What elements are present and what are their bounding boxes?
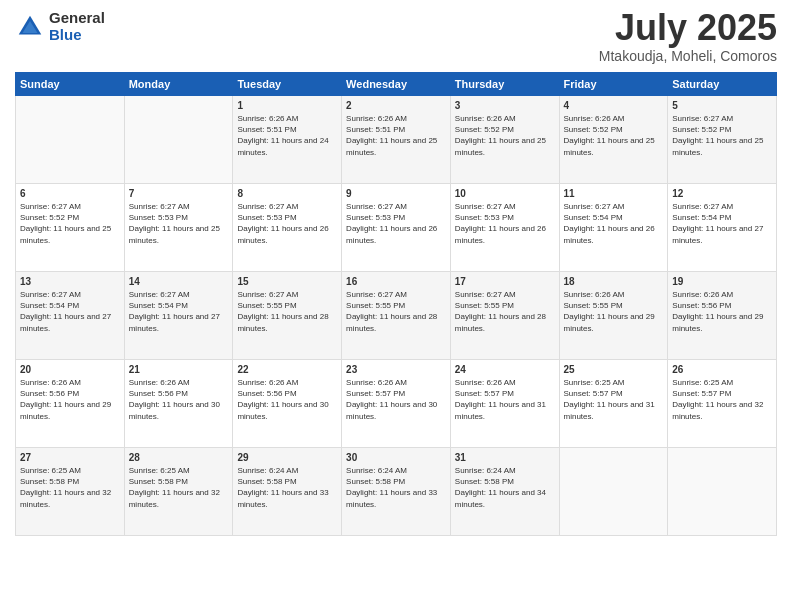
calendar-week-row: 6Sunrise: 6:27 AMSunset: 5:52 PMDaylight… [16,184,777,272]
calendar-cell [668,448,777,536]
day-number: 7 [129,188,229,199]
day-number: 26 [672,364,772,375]
day-number: 6 [20,188,120,199]
day-number: 8 [237,188,337,199]
day-detail: Sunrise: 6:26 AMSunset: 5:56 PMDaylight:… [129,377,229,422]
day-detail: Sunrise: 6:27 AMSunset: 5:54 PMDaylight:… [20,289,120,334]
calendar-cell: 12Sunrise: 6:27 AMSunset: 5:54 PMDayligh… [668,184,777,272]
day-detail: Sunrise: 6:27 AMSunset: 5:55 PMDaylight:… [455,289,555,334]
day-detail: Sunrise: 6:26 AMSunset: 5:55 PMDaylight:… [564,289,664,334]
day-number: 30 [346,452,446,463]
calendar-week-row: 1Sunrise: 6:26 AMSunset: 5:51 PMDaylight… [16,96,777,184]
title-location: Mtakoudja, Moheli, Comoros [599,48,777,64]
calendar-cell: 15Sunrise: 6:27 AMSunset: 5:55 PMDayligh… [233,272,342,360]
weekday-header-thursday: Thursday [450,73,559,96]
day-number: 17 [455,276,555,287]
day-number: 4 [564,100,664,111]
day-number: 15 [237,276,337,287]
day-number: 19 [672,276,772,287]
weekday-header-friday: Friday [559,73,668,96]
calendar-cell: 21Sunrise: 6:26 AMSunset: 5:56 PMDayligh… [124,360,233,448]
calendar-cell: 13Sunrise: 6:27 AMSunset: 5:54 PMDayligh… [16,272,125,360]
calendar-cell [124,96,233,184]
day-detail: Sunrise: 6:27 AMSunset: 5:53 PMDaylight:… [129,201,229,246]
day-detail: Sunrise: 6:26 AMSunset: 5:51 PMDaylight:… [346,113,446,158]
day-number: 25 [564,364,664,375]
calendar-cell: 16Sunrise: 6:27 AMSunset: 5:55 PMDayligh… [342,272,451,360]
weekday-header-tuesday: Tuesday [233,73,342,96]
calendar-cell: 22Sunrise: 6:26 AMSunset: 5:56 PMDayligh… [233,360,342,448]
day-detail: Sunrise: 6:26 AMSunset: 5:57 PMDaylight:… [455,377,555,422]
day-detail: Sunrise: 6:26 AMSunset: 5:57 PMDaylight:… [346,377,446,422]
day-number: 13 [20,276,120,287]
header: General Blue July 2025 Mtakoudja, Moheli… [15,10,777,64]
calendar-cell: 9Sunrise: 6:27 AMSunset: 5:53 PMDaylight… [342,184,451,272]
calendar-cell: 5Sunrise: 6:27 AMSunset: 5:52 PMDaylight… [668,96,777,184]
page: General Blue July 2025 Mtakoudja, Moheli… [0,0,792,612]
day-number: 27 [20,452,120,463]
day-detail: Sunrise: 6:26 AMSunset: 5:56 PMDaylight:… [237,377,337,422]
calendar-cell [559,448,668,536]
day-number: 10 [455,188,555,199]
day-detail: Sunrise: 6:27 AMSunset: 5:53 PMDaylight:… [455,201,555,246]
calendar-table: SundayMondayTuesdayWednesdayThursdayFrid… [15,72,777,536]
weekday-header-sunday: Sunday [16,73,125,96]
day-detail: Sunrise: 6:27 AMSunset: 5:55 PMDaylight:… [237,289,337,334]
day-detail: Sunrise: 6:27 AMSunset: 5:54 PMDaylight:… [564,201,664,246]
day-number: 11 [564,188,664,199]
calendar-cell: 28Sunrise: 6:25 AMSunset: 5:58 PMDayligh… [124,448,233,536]
weekday-header-row: SundayMondayTuesdayWednesdayThursdayFrid… [16,73,777,96]
day-number: 9 [346,188,446,199]
day-detail: Sunrise: 6:26 AMSunset: 5:52 PMDaylight:… [455,113,555,158]
logo-general: General [49,10,105,27]
day-detail: Sunrise: 6:25 AMSunset: 5:58 PMDaylight:… [129,465,229,510]
weekday-header-monday: Monday [124,73,233,96]
day-detail: Sunrise: 6:27 AMSunset: 5:54 PMDaylight:… [129,289,229,334]
day-detail: Sunrise: 6:27 AMSunset: 5:53 PMDaylight:… [237,201,337,246]
calendar-cell: 8Sunrise: 6:27 AMSunset: 5:53 PMDaylight… [233,184,342,272]
day-number: 12 [672,188,772,199]
calendar-cell: 3Sunrise: 6:26 AMSunset: 5:52 PMDaylight… [450,96,559,184]
day-detail: Sunrise: 6:27 AMSunset: 5:53 PMDaylight:… [346,201,446,246]
day-detail: Sunrise: 6:27 AMSunset: 5:55 PMDaylight:… [346,289,446,334]
calendar-cell: 6Sunrise: 6:27 AMSunset: 5:52 PMDaylight… [16,184,125,272]
day-detail: Sunrise: 6:27 AMSunset: 5:54 PMDaylight:… [672,201,772,246]
weekday-header-saturday: Saturday [668,73,777,96]
calendar-cell: 11Sunrise: 6:27 AMSunset: 5:54 PMDayligh… [559,184,668,272]
calendar-week-row: 20Sunrise: 6:26 AMSunset: 5:56 PMDayligh… [16,360,777,448]
day-number: 1 [237,100,337,111]
logo-text: General Blue [49,10,105,43]
day-number: 31 [455,452,555,463]
day-number: 24 [455,364,555,375]
day-number: 21 [129,364,229,375]
calendar-cell [16,96,125,184]
day-detail: Sunrise: 6:26 AMSunset: 5:51 PMDaylight:… [237,113,337,158]
day-detail: Sunrise: 6:26 AMSunset: 5:56 PMDaylight:… [672,289,772,334]
day-number: 29 [237,452,337,463]
calendar-cell: 2Sunrise: 6:26 AMSunset: 5:51 PMDaylight… [342,96,451,184]
day-detail: Sunrise: 6:26 AMSunset: 5:52 PMDaylight:… [564,113,664,158]
day-number: 22 [237,364,337,375]
calendar-cell: 23Sunrise: 6:26 AMSunset: 5:57 PMDayligh… [342,360,451,448]
logo: General Blue [15,10,105,43]
day-number: 28 [129,452,229,463]
calendar-cell: 1Sunrise: 6:26 AMSunset: 5:51 PMDaylight… [233,96,342,184]
day-detail: Sunrise: 6:24 AMSunset: 5:58 PMDaylight:… [237,465,337,510]
title-block: July 2025 Mtakoudja, Moheli, Comoros [599,10,777,64]
calendar-cell: 24Sunrise: 6:26 AMSunset: 5:57 PMDayligh… [450,360,559,448]
calendar-body: 1Sunrise: 6:26 AMSunset: 5:51 PMDaylight… [16,96,777,536]
calendar-cell: 10Sunrise: 6:27 AMSunset: 5:53 PMDayligh… [450,184,559,272]
day-number: 23 [346,364,446,375]
day-detail: Sunrise: 6:24 AMSunset: 5:58 PMDaylight:… [346,465,446,510]
day-detail: Sunrise: 6:27 AMSunset: 5:52 PMDaylight:… [20,201,120,246]
day-number: 20 [20,364,120,375]
day-number: 3 [455,100,555,111]
calendar-cell: 20Sunrise: 6:26 AMSunset: 5:56 PMDayligh… [16,360,125,448]
calendar-cell: 18Sunrise: 6:26 AMSunset: 5:55 PMDayligh… [559,272,668,360]
calendar-week-row: 13Sunrise: 6:27 AMSunset: 5:54 PMDayligh… [16,272,777,360]
title-month: July 2025 [599,10,777,46]
day-number: 18 [564,276,664,287]
logo-icon [15,12,45,42]
calendar-cell: 31Sunrise: 6:24 AMSunset: 5:58 PMDayligh… [450,448,559,536]
logo-blue: Blue [49,27,105,44]
